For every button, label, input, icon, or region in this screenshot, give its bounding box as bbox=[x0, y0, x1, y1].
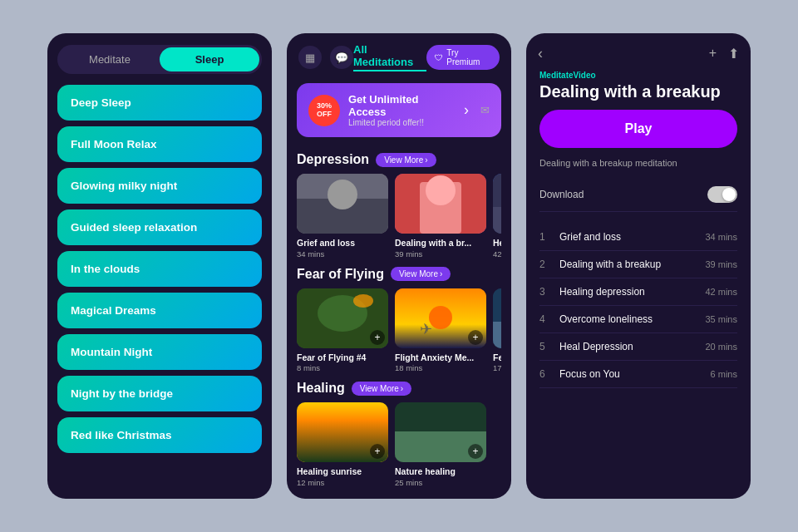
share-button[interactable]: ⬆ bbox=[728, 46, 739, 62]
chevron-right-icon: › bbox=[440, 269, 442, 278]
add-button[interactable]: + bbox=[709, 46, 717, 62]
play-button[interactable]: Play bbox=[539, 110, 737, 148]
card-thumb: + bbox=[297, 402, 388, 462]
flying-cards: + Fear of Flying #4 8 mins bbox=[297, 288, 501, 373]
track-item[interactable]: 2 Dealing with a breakup 39 mins bbox=[539, 251, 737, 278]
p2-scroll-area: Depression View More › Grief and loss 34… bbox=[287, 144, 511, 499]
track-number: 1 bbox=[539, 231, 553, 243]
download-toggle[interactable] bbox=[707, 186, 737, 203]
card-title: Fear of Flying #4 bbox=[297, 352, 388, 364]
detail-title: Dealing with a breakup bbox=[539, 82, 737, 101]
track-duration: 42 mins bbox=[705, 287, 737, 297]
list-item[interactable]: Mountain Night bbox=[57, 334, 262, 370]
svg-rect-15 bbox=[493, 322, 501, 348]
card-dealing-breakup[interactable]: Dealing with a br... 39 mins bbox=[395, 174, 486, 259]
list-item[interactable]: Deep Sleep bbox=[57, 85, 262, 121]
track-duration: 35 mins bbox=[705, 314, 737, 324]
list-item[interactable]: Red like Christmas bbox=[57, 417, 262, 453]
svg-text:✈: ✈ bbox=[420, 321, 432, 337]
list-item[interactable]: Guided sleep relaxation bbox=[57, 209, 262, 245]
try-premium-button[interactable]: 🛡 Try Premium bbox=[426, 45, 500, 70]
list-item[interactable]: Magical Dreams bbox=[57, 293, 262, 328]
depression-section-header: Depression View More › bbox=[297, 152, 501, 167]
track-list: 1 Grief and loss 34 mins 2 Dealing with … bbox=[526, 224, 751, 499]
card-grief-loss[interactable]: Grief and loss 34 mins bbox=[297, 174, 388, 259]
track-duration: 34 mins bbox=[705, 232, 737, 242]
card-thumb bbox=[297, 174, 388, 234]
list-item[interactable]: Full Moon Relax bbox=[57, 126, 262, 162]
card-mins: 12 mins bbox=[297, 478, 388, 487]
card-mins: 18 mins bbox=[395, 363, 486, 372]
card-title: Fea... bbox=[493, 352, 501, 364]
thumb-svg bbox=[493, 288, 501, 348]
svg-point-12 bbox=[429, 306, 452, 329]
filter-icon[interactable]: ▦ bbox=[298, 46, 322, 69]
track-name: Heal Depression bbox=[559, 341, 705, 352]
track-item[interactable]: 4 Overcome loneliness 35 mins bbox=[539, 306, 737, 333]
flying-view-more[interactable]: View More › bbox=[391, 267, 451, 281]
card-healing-depression[interactable]: He... 42 m bbox=[493, 174, 501, 259]
promo-mail-icon: ✉ bbox=[480, 104, 490, 116]
add-icon[interactable]: + bbox=[370, 330, 385, 345]
card-mins: 25 mins bbox=[395, 478, 486, 487]
track-name: Focus on You bbox=[559, 368, 711, 380]
card-thumb: ✈ + bbox=[395, 288, 486, 348]
list-item[interactable]: Night by the bridge bbox=[57, 376, 262, 411]
card-mins: 8 mins bbox=[297, 363, 388, 372]
chevron-right-icon: › bbox=[401, 384, 403, 393]
thumb-svg bbox=[395, 174, 486, 234]
track-number: 2 bbox=[539, 259, 553, 270]
track-item[interactable]: 5 Heal Depression 20 mins bbox=[539, 333, 737, 361]
svg-rect-7 bbox=[493, 207, 501, 234]
try-premium-label: Try Premium bbox=[446, 48, 491, 66]
card-healing2[interactable]: + Nature healing 25 mins bbox=[395, 402, 486, 487]
card-thumb: + bbox=[297, 288, 388, 348]
chevron-right-icon: › bbox=[425, 155, 427, 165]
card-fear-flying[interactable]: + Fear of Flying #4 8 mins bbox=[297, 288, 388, 373]
panel-detail: ‹ + ⬆ MeditateVideo Dealing with a break… bbox=[526, 33, 751, 499]
healing-view-more[interactable]: View More › bbox=[352, 382, 411, 396]
card-healing1[interactable]: + Healing sunrise 12 mins bbox=[297, 402, 388, 487]
healing-section-header: Healing View More › bbox=[297, 381, 501, 396]
description: Dealing with a breakup meditation bbox=[539, 158, 737, 168]
header-icons: ▦ 💬 bbox=[298, 46, 353, 69]
promo-subtitle: Limited period offer!! bbox=[348, 118, 456, 127]
card-thumb bbox=[493, 288, 501, 348]
card-title: Nature healing bbox=[395, 466, 486, 478]
tab-bar: Meditate Sleep bbox=[57, 45, 262, 74]
depression-title: Depression bbox=[297, 152, 369, 167]
track-duration: 6 mins bbox=[711, 369, 737, 379]
back-button[interactable]: ‹ bbox=[538, 45, 543, 62]
track-item[interactable]: 1 Grief and loss 34 mins bbox=[539, 224, 737, 251]
card-mins: 42 m bbox=[493, 249, 501, 259]
card-fear-extra[interactable]: Fea... 17 m bbox=[493, 288, 501, 373]
svg-point-5 bbox=[426, 175, 456, 205]
promo-banner[interactable]: 30% OFF Get Unlimited Access Limited per… bbox=[297, 83, 501, 137]
panel-meditations: ▦ 💬 All Meditations 🛡 Try Premium 30% OF… bbox=[287, 33, 511, 499]
tab-meditate[interactable]: Meditate bbox=[60, 47, 160, 71]
premium-shield-icon: 🛡 bbox=[435, 53, 443, 62]
track-duration: 20 mins bbox=[705, 342, 737, 352]
svg-point-2 bbox=[328, 180, 357, 209]
add-icon[interactable]: + bbox=[468, 330, 483, 345]
depression-cards: Grief and loss 34 mins Dealing with a br… bbox=[297, 174, 501, 259]
thumb-svg bbox=[493, 174, 501, 234]
thumb-svg bbox=[297, 174, 388, 234]
panel3-header: ‹ + ⬆ bbox=[526, 33, 751, 67]
panel2-header: ▦ 💬 All Meditations 🛡 Try Premium bbox=[287, 33, 511, 76]
card-flight-anxiety[interactable]: ✈ + Flight Anxiety Me... 18 mins bbox=[395, 288, 486, 373]
depression-view-more[interactable]: View More › bbox=[376, 153, 436, 167]
download-label: Download bbox=[539, 189, 584, 200]
panel-sleep-list: Meditate Sleep Deep Sleep Full Moon Rela… bbox=[47, 33, 272, 499]
list-item[interactable]: Glowing milky night bbox=[57, 168, 262, 204]
track-item[interactable]: 6 Focus on You 6 mins bbox=[539, 361, 737, 388]
card-title: Flight Anxiety Me... bbox=[395, 352, 486, 364]
list-item[interactable]: In the clouds bbox=[57, 251, 262, 287]
card-mins: 34 mins bbox=[297, 249, 388, 259]
tab-sleep[interactable]: Sleep bbox=[160, 47, 259, 71]
flying-section-header: Fear of Flying View More › bbox=[297, 267, 501, 282]
card-title: Grief and loss bbox=[297, 238, 388, 249]
search-icon[interactable]: 💬 bbox=[330, 46, 353, 69]
track-item[interactable]: 3 Healing depression 42 mins bbox=[539, 278, 737, 306]
all-meditations-tab[interactable]: All Meditations bbox=[353, 43, 426, 71]
